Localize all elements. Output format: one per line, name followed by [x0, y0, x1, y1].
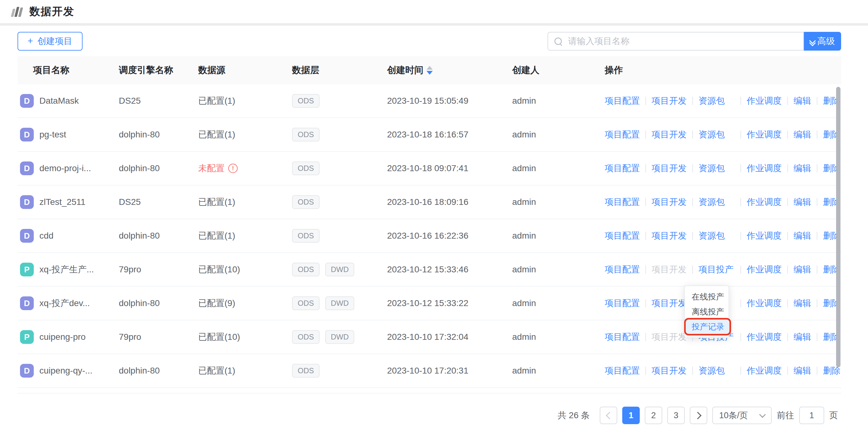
page-button-3[interactable]: 3 — [667, 407, 685, 424]
action-dev[interactable]: 项目开发 — [652, 365, 687, 377]
project-name: zlTest_2511 — [39, 197, 85, 207]
action-dev[interactable]: 项目开发 — [652, 196, 687, 208]
action-separator — [692, 266, 693, 274]
action-edit[interactable]: 编辑 — [794, 264, 811, 275]
menu-item-deploy-records[interactable]: 投产记录 — [685, 319, 728, 334]
action-dev[interactable]: 项目开发 — [652, 297, 687, 309]
action-separator — [787, 266, 788, 274]
project-avatar: D — [20, 195, 34, 209]
page-button-2[interactable]: 2 — [645, 407, 662, 424]
prev-page-button[interactable] — [600, 407, 617, 424]
search-input[interactable] — [548, 32, 803, 50]
action-resource[interactable]: 资源包 — [699, 196, 725, 208]
action-edit[interactable]: 编辑 — [794, 331, 811, 343]
action-schedule[interactable]: 作业调度 — [747, 297, 782, 309]
menu-item-online-deploy[interactable]: 在线投产 — [685, 289, 728, 304]
creator-cell: admin — [511, 197, 605, 207]
action-separator — [740, 164, 741, 172]
plus-icon: + — [28, 36, 33, 45]
action-resource[interactable]: 资源包 — [699, 95, 725, 107]
vertical-scrollbar-thumb[interactable] — [836, 87, 840, 367]
action-slot: 资源包 — [699, 95, 735, 107]
action-resource[interactable]: 资源包 — [699, 129, 725, 140]
datasource-status-text: 已配置(10) — [198, 331, 240, 343]
datasource-status-text: 已配置(1) — [198, 129, 235, 140]
action-edit[interactable]: 编辑 — [794, 365, 811, 377]
action-separator — [740, 198, 741, 206]
action-config[interactable]: 项目配置 — [605, 129, 640, 140]
project-cell: D DataMask — [18, 94, 119, 108]
action-dev[interactable]: 项目开发 — [652, 162, 687, 174]
action-config[interactable]: 项目配置 — [605, 264, 640, 275]
creator-cell: admin — [511, 96, 605, 106]
action-separator — [740, 232, 741, 240]
project-cell: D pg-test — [18, 128, 119, 141]
action-schedule[interactable]: 作业调度 — [747, 196, 782, 208]
action-dev[interactable]: 项目开发 — [652, 95, 687, 107]
page-button-1[interactable]: 1 — [622, 407, 640, 424]
sort-caret-icon[interactable] — [427, 66, 433, 75]
project-cell: D zlTest_2511 — [18, 195, 119, 209]
action-config[interactable]: 项目配置 — [605, 331, 640, 343]
action-edit[interactable]: 编辑 — [794, 297, 811, 309]
action-dev[interactable]: 项目开发 — [652, 230, 687, 242]
create-project-button[interactable]: + 创建项目 — [18, 32, 83, 50]
action-config[interactable]: 项目配置 — [605, 95, 640, 107]
project-cell: P cuipeng-pro — [18, 330, 119, 344]
caret-up-icon[interactable] — [427, 66, 433, 70]
double-chevron-down-icon — [810, 38, 815, 43]
action-config[interactable]: 项目配置 — [605, 297, 640, 309]
project-cell: D demo-proj-i... — [18, 162, 119, 175]
create-time-cell: 2023-10-19 15:05:49 — [387, 96, 511, 106]
action-config[interactable]: 项目配置 — [605, 365, 640, 377]
action-edit[interactable]: 编辑 — [794, 95, 811, 107]
action-schedule[interactable]: 作业调度 — [747, 365, 782, 377]
action-resource[interactable]: 资源包 — [699, 365, 725, 377]
action-schedule[interactable]: 作业调度 — [747, 95, 782, 107]
engine-cell: dolphin-80 — [119, 163, 198, 173]
column-header-create-time[interactable]: 创建时间 — [387, 64, 511, 76]
action-edit[interactable]: 编辑 — [794, 162, 811, 174]
action-config[interactable]: 项目配置 — [605, 196, 640, 208]
actions-cell: 项目配置项目开发资源包作业调度编辑删除 — [605, 196, 841, 208]
goto-page-input[interactable] — [799, 407, 824, 424]
action-edit[interactable]: 编辑 — [794, 230, 811, 242]
datalayer-cell: ODSDWD — [292, 330, 387, 344]
next-page-button[interactable] — [690, 407, 707, 424]
action-schedule[interactable]: 作业调度 — [747, 129, 782, 140]
action-resource[interactable]: 资源包 — [699, 162, 725, 174]
project-name: xq-投产生产... — [39, 264, 94, 275]
chevron-down-icon — [759, 411, 766, 417]
action-separator — [692, 131, 693, 139]
engine-cell: dolphin-80 — [119, 298, 198, 308]
datasource-status-text: 已配置(1) — [198, 230, 235, 242]
action-slot: 资源包 — [699, 196, 735, 208]
action-config[interactable]: 项目配置 — [605, 230, 640, 242]
action-separator — [817, 198, 817, 206]
action-schedule[interactable]: 作业调度 — [747, 264, 782, 275]
caret-down-icon[interactable] — [427, 71, 433, 75]
chevron-right-icon — [694, 412, 701, 419]
action-edit[interactable]: 编辑 — [794, 196, 811, 208]
action-separator — [645, 97, 646, 105]
action-schedule[interactable]: 作业调度 — [747, 162, 782, 174]
page-size-select[interactable]: 10条/页 — [712, 407, 772, 424]
action-schedule[interactable]: 作业调度 — [747, 230, 782, 242]
action-separator — [645, 232, 646, 240]
action-deploy[interactable]: 项目投产 — [699, 264, 734, 275]
action-separator — [692, 97, 693, 105]
menu-item-offline-deploy[interactable]: 离线投产 — [685, 304, 728, 319]
action-schedule[interactable]: 作业调度 — [747, 331, 782, 343]
datasource-cell: 已配置(1) ! — [198, 95, 292, 107]
action-resource[interactable]: 资源包 — [699, 230, 725, 242]
action-separator — [817, 131, 817, 139]
total-count: 共 26 条 — [558, 409, 590, 421]
create-time-cell: 2023-10-18 16:16:57 — [387, 130, 511, 140]
chevron-left-icon — [606, 412, 613, 419]
action-separator — [740, 333, 741, 341]
advanced-search-button[interactable]: 高级 — [804, 32, 841, 50]
action-edit[interactable]: 编辑 — [794, 129, 811, 140]
datasource-cell: 未配置 ! — [198, 162, 292, 174]
action-dev[interactable]: 项目开发 — [652, 129, 687, 140]
action-config[interactable]: 项目配置 — [605, 162, 640, 174]
